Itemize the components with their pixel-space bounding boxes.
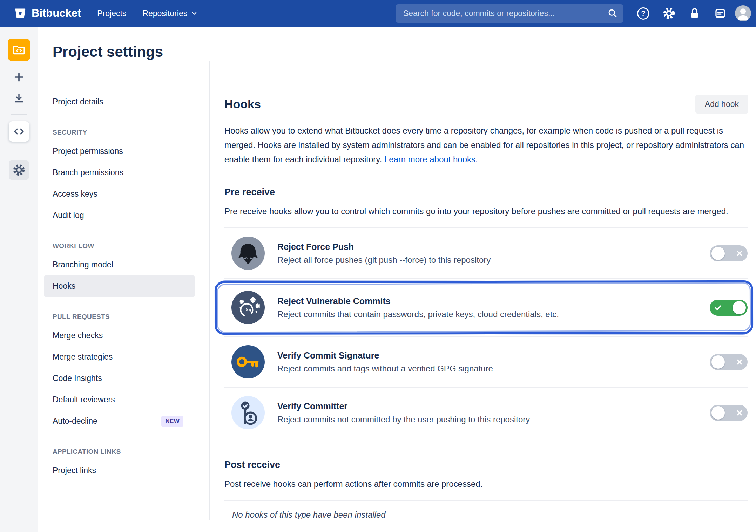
cross-icon xyxy=(736,409,743,416)
hook-row-verify-committer: Verify Committer Reject commits not comm… xyxy=(224,388,748,438)
hook-title: Reject Vulnerable Commits xyxy=(277,296,697,306)
sidebar-section-title: SECURITY xyxy=(53,128,195,137)
key-icon xyxy=(231,345,265,378)
committer-icon xyxy=(231,396,265,429)
help-button[interactable]: ? xyxy=(630,4,656,23)
sidebar-item-project-permissions[interactable]: Project permissions xyxy=(44,141,195,162)
user-avatar[interactable] xyxy=(735,5,751,21)
chevron-down-icon xyxy=(190,9,198,17)
hooks-panel: Hooks Add hook Hooks allow you to extend… xyxy=(210,61,756,520)
search-input[interactable] xyxy=(403,8,607,19)
add-hook-button[interactable]: Add hook xyxy=(695,95,748,114)
bitbucket-home-link[interactable]: Bitbucket xyxy=(14,7,81,20)
hook-description: Reject commits and tags without a verifi… xyxy=(277,364,697,374)
check-icon xyxy=(714,304,722,312)
toggle-knob xyxy=(711,355,725,369)
learn-more-link[interactable]: Learn more about hooks. xyxy=(384,155,478,164)
sidebar-item-branch-permissions[interactable]: Branch permissions xyxy=(44,162,195,183)
hook-title: Reject Force Push xyxy=(277,242,697,252)
panel-icon xyxy=(714,7,726,19)
lock-icon xyxy=(689,7,701,19)
sidebar-section-title: PULL REQUESTS xyxy=(53,312,195,321)
project-folder-code-icon xyxy=(12,43,26,57)
project-settings-rail-button[interactable] xyxy=(9,160,29,180)
primary-nav: Projects Repositories xyxy=(97,9,198,18)
darth-vader-icon xyxy=(231,237,265,270)
face-stars-icon xyxy=(231,291,265,324)
hook-description: Reject commits that contain passwords, p… xyxy=(277,309,697,319)
hook-toggle-reject-vulnerable-commits[interactable] xyxy=(710,300,748,316)
toggle-knob xyxy=(733,301,746,314)
hook-description: Reject all force pushes (git push --forc… xyxy=(277,255,697,265)
rail-divider xyxy=(11,114,27,115)
post-receive-title: Post receive xyxy=(224,459,748,471)
settings-sidebar: Project details SECURITY Project permiss… xyxy=(53,61,210,520)
sidebar-item-project-details[interactable]: Project details xyxy=(44,91,195,112)
hook-title: Verify Commit Signature xyxy=(277,350,697,361)
admin-lock-button[interactable] xyxy=(682,4,707,23)
sidebar-section-title: APPLICATION LINKS xyxy=(53,447,195,456)
bitbucket-project-settings-page: Bitbucket Projects Repositories ? xyxy=(0,0,756,532)
settings-button[interactable] xyxy=(656,4,682,23)
main-area: Project settings Project details SECURIT… xyxy=(38,27,756,532)
sidebar-item-hooks[interactable]: Hooks xyxy=(44,275,195,297)
download-icon xyxy=(13,92,25,104)
sidebar-section-pull-requests: PULL REQUESTS Merge checks Merge strateg… xyxy=(53,312,195,432)
nav-projects[interactable]: Projects xyxy=(97,9,126,18)
sidebar-section-workflow: WORKFLOW Branching model Hooks xyxy=(53,241,195,297)
empty-hooks-message: No hooks of this type have been installe… xyxy=(232,510,748,520)
hook-toggle-verify-commit-signature[interactable] xyxy=(710,354,748,370)
source-code-button[interactable] xyxy=(9,121,29,142)
sidebar-item-merge-strategies[interactable]: Merge strategies xyxy=(44,346,195,368)
global-search[interactable] xyxy=(396,4,623,23)
sidebar-item-project-links[interactable]: Project links xyxy=(44,460,195,481)
help-icon: ? xyxy=(637,7,649,20)
cross-icon xyxy=(736,359,743,366)
page-title: Project settings xyxy=(53,43,756,61)
create-button[interactable] xyxy=(9,69,29,85)
sidebar-section-security: SECURITY Project permissions Branch perm… xyxy=(53,128,195,226)
sidebar-item-code-insights[interactable]: Code Insights xyxy=(44,368,195,389)
sidebar-item-branching-model[interactable]: Branching model xyxy=(44,254,195,275)
pre-receive-hook-list: Reject Force Push Reject all force pushe… xyxy=(224,227,748,438)
post-receive-description: Post receive hooks can perform actions a… xyxy=(224,477,748,491)
sidebar-section-application-links: APPLICATION LINKS Project links xyxy=(53,447,195,481)
hook-row-reject-force-push: Reject Force Push Reject all force pushe… xyxy=(224,228,748,279)
brand-name: Bitbucket xyxy=(32,7,81,20)
plus-icon xyxy=(13,71,25,83)
hooks-heading: Hooks xyxy=(224,96,261,112)
feedback-panel-button[interactable] xyxy=(707,4,733,23)
sidebar-item-access-keys[interactable]: Access keys xyxy=(44,183,195,205)
hooks-intro: Hooks allow you to extend what Bitbucket… xyxy=(224,123,748,166)
nav-utility-icons: ? xyxy=(630,4,751,23)
hook-description: Reject commits not committed by the user… xyxy=(277,415,697,424)
app-rail xyxy=(0,27,38,532)
hook-title: Verify Committer xyxy=(277,401,697,411)
hook-toggle-verify-committer[interactable] xyxy=(710,405,748,421)
new-badge: NEW xyxy=(161,416,183,427)
project-avatar[interactable] xyxy=(8,39,30,61)
sidebar-item-label: Auto-decline xyxy=(53,416,97,426)
sidebar-item-default-reviewers[interactable]: Default reviewers xyxy=(44,389,195,410)
bitbucket-logo-icon xyxy=(14,7,27,20)
post-receive-hook-list: No hooks of this type have been installe… xyxy=(224,500,748,520)
pre-receive-description: Pre receive hooks allow you to control w… xyxy=(224,204,748,218)
sidebar-item-merge-checks[interactable]: Merge checks xyxy=(44,325,195,346)
gear-icon xyxy=(662,7,676,20)
top-navigation: Bitbucket Projects Repositories ? xyxy=(0,0,756,27)
sidebar-item-audit-log[interactable]: Audit log xyxy=(44,205,195,226)
nav-repositories-label: Repositories xyxy=(142,9,187,18)
cross-icon xyxy=(736,250,743,257)
hooks-intro-text: Hooks allow you to extend what Bitbucket… xyxy=(224,126,744,164)
gear-icon xyxy=(12,163,26,177)
toggle-knob xyxy=(711,406,725,420)
hook-toggle-reject-force-push[interactable] xyxy=(710,245,748,261)
toggle-knob xyxy=(711,247,725,260)
hook-row-verify-commit-signature: Verify Commit Signature Reject commits a… xyxy=(224,337,748,388)
sidebar-item-auto-decline[interactable]: Auto-decline NEW xyxy=(44,410,195,432)
search-icon[interactable] xyxy=(607,8,618,19)
clone-download-button[interactable] xyxy=(9,90,29,106)
pre-receive-title: Pre receive xyxy=(224,186,748,198)
nav-repositories[interactable]: Repositories xyxy=(142,9,198,18)
code-icon xyxy=(13,125,25,138)
